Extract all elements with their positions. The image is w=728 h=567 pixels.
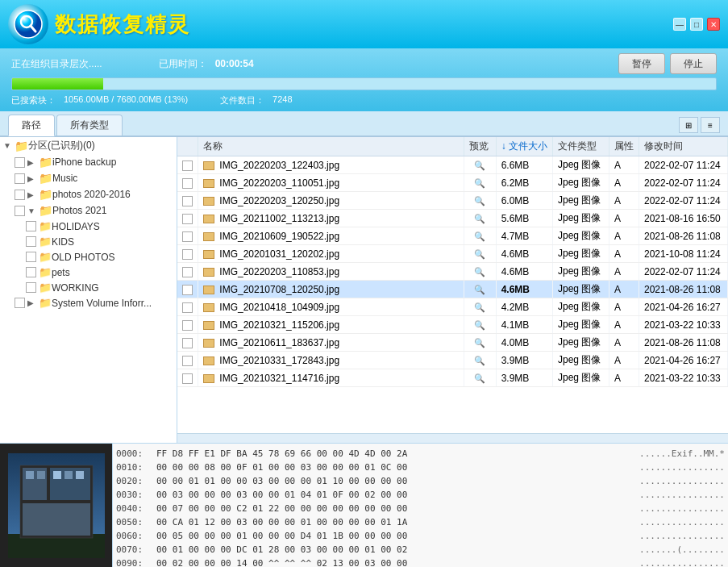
tree-item-music[interactable]: ▶ 📁 Music — [11, 170, 177, 186]
check-pets[interactable] — [26, 267, 36, 277]
row-checkbox[interactable] — [182, 161, 193, 171]
file-preview[interactable]: 🔍 — [464, 352, 496, 369]
row-checkbox[interactable] — [182, 214, 193, 224]
hex-row: 0030: 00 03 00 00 00 03 00 00 01 04 01 0… — [116, 488, 725, 502]
check-photos2021[interactable] — [15, 206, 25, 216]
row-checkbox[interactable] — [182, 302, 193, 313]
preview-icon[interactable]: 🔍 — [474, 161, 485, 170]
file-preview[interactable]: 🔍 — [464, 281, 496, 298]
tree-root[interactable]: ▼ 📁 分区(已识别)(0) — [0, 137, 177, 154]
row-checkbox[interactable] — [182, 320, 193, 331]
file-preview[interactable]: 🔍 — [464, 210, 496, 227]
row-checkbox[interactable] — [182, 178, 193, 189]
row-checkbox[interactable] — [182, 356, 193, 366]
tree-item-photos2020[interactable]: ▶ 📁 photos 2020-2016 — [11, 186, 177, 202]
stop-button[interactable]: 停止 — [670, 53, 717, 74]
preview-icon[interactable]: 🔍 — [474, 196, 485, 206]
file-preview[interactable]: 🔍 — [464, 369, 496, 387]
table-row[interactable]: IMG_20201031_120202.jpg 🔍 4.6MB Jpeg 图像 … — [177, 245, 728, 263]
row-checkbox[interactable] — [182, 231, 193, 242]
file-scroll-area[interactable]: 名称 预览 ↓ 文件大小 文件类型 属性 修改时间 IMG_20220203_1… — [177, 137, 728, 433]
preview-icon[interactable]: 🔍 — [474, 249, 485, 259]
row-checkbox[interactable] — [182, 373, 193, 384]
hex-addr: 0060: — [116, 529, 152, 543]
svg-rect-13 — [64, 471, 73, 479]
col-name[interactable]: 名称 — [198, 137, 464, 156]
preview-icon[interactable]: 🔍 — [474, 231, 485, 241]
table-row[interactable]: IMG_20210708_120250.jpg 🔍 4.6MB Jpeg 图像 … — [177, 281, 728, 298]
list-view-button[interactable]: ≡ — [701, 117, 720, 133]
tree-item-pets[interactable]: 📁 pets — [23, 265, 177, 280]
preview-icon[interactable]: 🔍 — [474, 178, 485, 188]
tree-item-photos2021[interactable]: ▼ 📁 Photos 2021 — [11, 202, 177, 219]
file-date: 2022-02-07 11:24 — [639, 156, 728, 174]
maximize-button[interactable]: □ — [690, 18, 703, 31]
table-row[interactable]: IMG_20210609_190522.jpg 🔍 4.7MB Jpeg 图像 … — [177, 227, 728, 245]
table-row[interactable]: IMG_20210321_115206.jpg 🔍 4.1MB Jpeg 图像 … — [177, 316, 728, 334]
preview-icon[interactable]: 🔍 — [474, 302, 485, 312]
col-date[interactable]: 修改时间 — [639, 137, 728, 156]
table-row[interactable]: IMG_20220203_110051.jpg 🔍 6.2MB Jpeg 图像 … — [177, 174, 728, 192]
preview-icon[interactable]: 🔍 — [474, 356, 485, 365]
minimize-button[interactable]: — — [673, 18, 686, 31]
check-system-volume[interactable] — [15, 298, 25, 308]
check-iphone-backup[interactable] — [15, 157, 25, 168]
close-button[interactable]: ✕ — [707, 18, 720, 31]
file-preview[interactable]: 🔍 — [464, 316, 496, 334]
file-size: 4.7MB — [496, 227, 552, 245]
file-preview[interactable]: 🔍 — [464, 263, 496, 281]
file-preview[interactable]: 🔍 — [464, 227, 496, 245]
table-row[interactable]: IMG_20210418_104909.jpg 🔍 4.2MB Jpeg 图像 … — [177, 298, 728, 316]
tree-item-holidays[interactable]: 📁 HOLIDAYS — [23, 219, 177, 234]
file-size: 6.0MB — [496, 192, 552, 210]
tree-item-working[interactable]: 📁 WORKING — [23, 280, 177, 295]
row-checkbox[interactable] — [182, 267, 193, 277]
preview-icon[interactable]: 🔍 — [474, 373, 485, 383]
tree-item-iphone-backup[interactable]: ▶ 📁 iPhone backup — [11, 154, 177, 170]
check-music[interactable] — [15, 173, 25, 184]
root-folder-icon: 📁 — [15, 140, 28, 152]
col-size[interactable]: ↓ 文件大小 — [496, 137, 552, 156]
file-preview[interactable]: 🔍 — [464, 245, 496, 263]
table-row[interactable]: IMG_20220203_120250.jpg 🔍 6.0MB Jpeg 图像 … — [177, 192, 728, 210]
table-row[interactable]: IMG_20210331_172843.jpg 🔍 3.9MB Jpeg 图像 … — [177, 352, 728, 369]
table-row[interactable]: IMG_20220203_122403.jpg 🔍 6.6MB Jpeg 图像 … — [177, 156, 728, 174]
file-preview[interactable]: 🔍 — [464, 298, 496, 316]
row-checkbox[interactable] — [182, 196, 193, 206]
preview-icon[interactable]: 🔍 — [474, 338, 485, 348]
preview-icon[interactable]: 🔍 — [474, 267, 485, 277]
preview-icon[interactable]: 🔍 — [474, 320, 485, 330]
file-preview[interactable]: 🔍 — [464, 174, 496, 192]
col-type[interactable]: 文件类型 — [553, 137, 609, 156]
check-holidays[interactable] — [26, 221, 36, 231]
col-attr[interactable]: 属性 — [609, 137, 639, 156]
table-row[interactable]: IMG_20220203_110853.jpg 🔍 4.6MB Jpeg 图像 … — [177, 263, 728, 281]
table-row[interactable]: IMG_20210611_183637.jpg 🔍 4.0MB Jpeg 图像 … — [177, 334, 728, 352]
row-checkbox[interactable] — [182, 285, 193, 295]
check-old-photos[interactable] — [26, 252, 36, 262]
grid-view-button[interactable]: ⊞ — [679, 117, 698, 133]
file-preview[interactable]: 🔍 — [464, 192, 496, 210]
table-row[interactable]: IMG_20211002_113213.jpg 🔍 5.6MB Jpeg 图像 … — [177, 210, 728, 227]
horizontal-scrollbar[interactable] — [177, 433, 728, 443]
check-kids[interactable] — [26, 236, 36, 247]
table-row[interactable]: IMG_20210321_114716.jpg 🔍 3.9MB Jpeg 图像 … — [177, 369, 728, 387]
check-working[interactable] — [26, 282, 36, 293]
row-checkbox[interactable] — [182, 249, 193, 260]
tree-item-old-photos[interactable]: 📁 OLD PHOTOS — [23, 249, 177, 265]
tree-item-kids[interactable]: 📁 KIDS — [23, 234, 177, 249]
preview-icon[interactable]: 🔍 — [474, 214, 485, 223]
col-preview[interactable]: 预览 — [464, 137, 496, 156]
row-checkbox[interactable] — [182, 338, 193, 348]
file-preview[interactable]: 🔍 — [464, 156, 496, 174]
preview-icon[interactable]: 🔍 — [474, 285, 485, 294]
pause-button[interactable]: 暂停 — [618, 53, 665, 74]
check-photos2020[interactable] — [15, 190, 25, 200]
tab-path[interactable]: 路径 — [8, 115, 55, 136]
expand-music-icon: ▶ — [27, 174, 37, 183]
tab-all-types[interactable]: 所有类型 — [56, 115, 123, 135]
file-preview[interactable]: 🔍 — [464, 334, 496, 352]
tree-panel: ▼ 📁 分区(已识别)(0) ▶ 📁 iPhone backup ▶ 📁 Mus… — [0, 137, 177, 443]
progress-fill — [12, 78, 103, 90]
tree-item-system-volume[interactable]: ▶ 📁 System Volume Inforr... — [11, 295, 177, 311]
